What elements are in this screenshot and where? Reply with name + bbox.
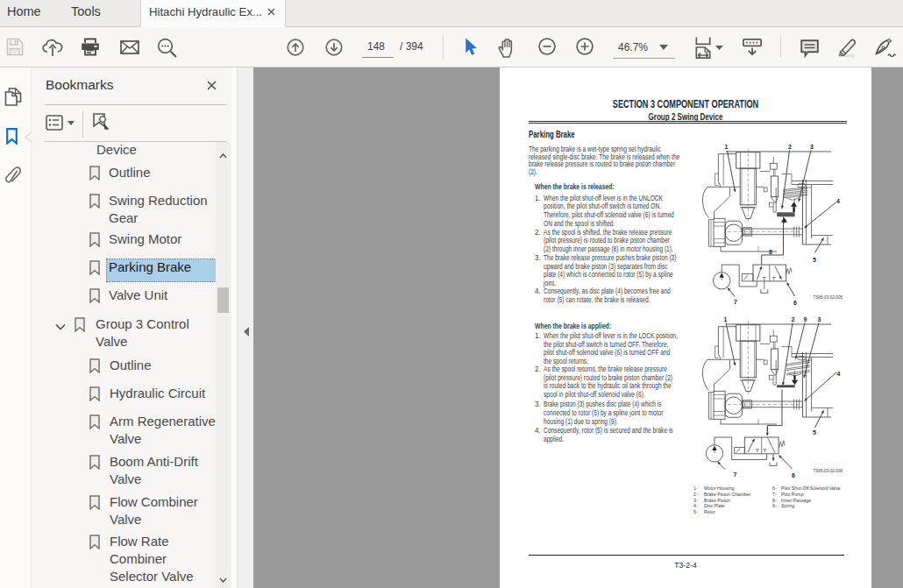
- svg-text:8: 8: [769, 249, 772, 255]
- svg-text:1: 1: [724, 316, 728, 322]
- svg-text:5: 5: [813, 429, 816, 436]
- svg-text:7: 7: [734, 299, 737, 305]
- svg-text:1: 1: [725, 144, 729, 150]
- svg-text:3: 3: [810, 144, 814, 150]
- svg-text:9: 9: [804, 316, 807, 322]
- svg-text:4: 4: [837, 371, 841, 377]
- svg-text:7: 7: [734, 471, 737, 478]
- svg-text:2: 2: [788, 144, 792, 150]
- svg-text:3: 3: [818, 316, 821, 322]
- svg-text:4: 4: [836, 198, 840, 204]
- svg-text:5: 5: [813, 257, 816, 263]
- svg-text:6: 6: [792, 472, 795, 478]
- svg-text:2: 2: [792, 316, 795, 322]
